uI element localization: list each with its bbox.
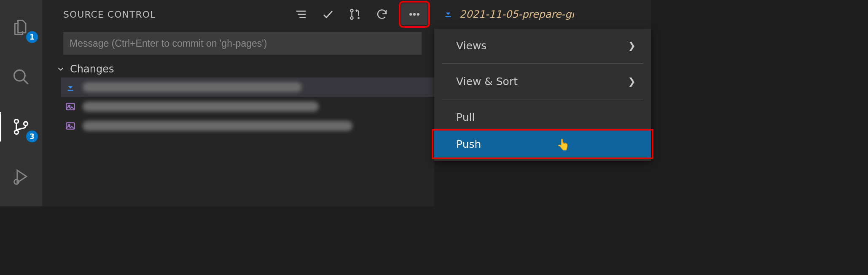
more-actions-button[interactable] (401, 3, 427, 25)
pull-request-icon (349, 8, 361, 21)
incoming-change-icon (443, 8, 454, 21)
search-icon (12, 68, 30, 86)
activity-search[interactable] (0, 62, 42, 92)
svg-point-3 (14, 130, 18, 134)
commit-message-input[interactable] (63, 32, 422, 55)
svg-point-4 (24, 122, 27, 125)
svg-point-14 (410, 13, 412, 16)
refresh-button[interactable] (374, 7, 390, 22)
changed-file-row[interactable] (61, 77, 434, 97)
svg-point-0 (14, 70, 25, 81)
changed-file-row[interactable] (61, 116, 434, 136)
view-tree-button[interactable] (293, 7, 309, 22)
menu-label: View & Sort (456, 75, 518, 88)
changes-section-header[interactable]: Changes (42, 58, 434, 77)
editor-tab-label[interactable]: 2021-11-05-prepare-gi (460, 8, 574, 20)
more-actions-menu: Views ❯ View & Sort ❯ Pull Push 👆 (434, 29, 651, 161)
check-icon (322, 8, 334, 21)
svg-rect-22 (446, 16, 451, 17)
menu-label: Push (456, 138, 481, 150)
chevron-right-icon: ❯ (628, 40, 636, 51)
svg-point-15 (414, 13, 416, 16)
source-control-panel: SOURCE CONTROL (42, 0, 434, 206)
panel-title: SOURCE CONTROL (63, 9, 156, 20)
commit-button[interactable] (320, 7, 336, 22)
tree-icon (295, 8, 307, 21)
incoming-change-icon (64, 81, 77, 93)
menu-view-sort[interactable]: View & Sort ❯ (434, 68, 651, 95)
image-file-icon (64, 120, 77, 132)
svg-point-16 (417, 13, 419, 16)
scm-badge: 3 (26, 131, 38, 142)
changes-label: Changes (70, 63, 114, 75)
svg-line-1 (24, 80, 28, 84)
blurred-filename (83, 121, 352, 131)
cursor-pointer-icon: 👆 (556, 138, 570, 151)
svg-point-10 (350, 9, 353, 12)
activity-explorer[interactable]: 1 (0, 13, 42, 42)
commit-input-container (42, 29, 434, 58)
activity-bar: 1 3 (0, 0, 42, 206)
blurred-filename (83, 82, 302, 92)
menu-label: Views (456, 40, 486, 52)
menu-separator (442, 63, 643, 64)
app-root: 1 3 SOURCE CONTROL (0, 0, 651, 206)
create-pr-button[interactable] (347, 7, 363, 22)
panel-actions (293, 3, 430, 25)
activity-run-debug[interactable] (0, 162, 42, 191)
blurred-filename (83, 101, 319, 112)
refresh-icon (376, 8, 388, 21)
tab-bar: 2021-11-05-prepare-gi (434, 0, 651, 29)
chevron-down-icon (56, 64, 66, 74)
chevron-right-icon: ❯ (628, 76, 636, 87)
activity-source-control[interactable]: 3 (0, 112, 42, 142)
svg-point-11 (350, 17, 353, 19)
file-list (42, 77, 434, 136)
run-debug-icon (12, 167, 30, 186)
svg-rect-17 (68, 90, 73, 91)
menu-views[interactable]: Views ❯ (434, 32, 651, 59)
menu-separator (442, 99, 643, 99)
panel-header: SOURCE CONTROL (42, 0, 434, 29)
ellipsis-icon (408, 8, 421, 21)
changed-file-row[interactable] (61, 97, 434, 116)
menu-push[interactable]: Push 👆 (434, 131, 651, 158)
menu-label: Pull (456, 111, 475, 123)
menu-pull[interactable]: Pull (434, 104, 651, 131)
svg-point-2 (14, 120, 18, 123)
image-file-icon (64, 100, 77, 113)
explorer-badge: 1 (26, 31, 38, 43)
